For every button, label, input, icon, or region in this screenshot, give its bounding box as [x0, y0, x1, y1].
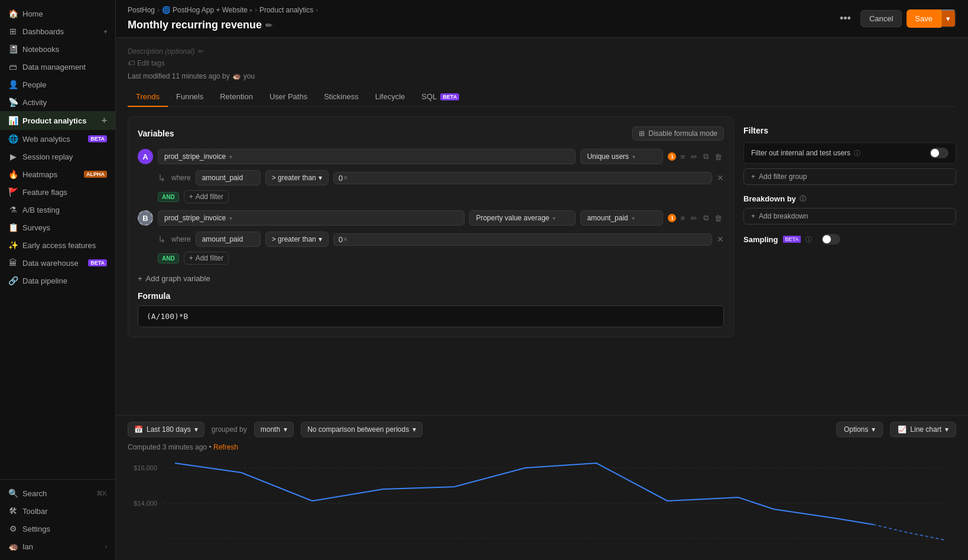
title-edit-icon[interactable]: ✏: [265, 21, 272, 30]
breadcrumb-posthog[interactable]: PostHog: [128, 6, 155, 14]
variable-b-where-operator[interactable]: > greater than ▾: [265, 232, 329, 247]
date-range-select[interactable]: 📅 Last 180 days ▾: [128, 422, 204, 437]
surveys-icon: 📋: [8, 223, 18, 232]
sidebar-item-session-replay[interactable]: ▶ Session replay: [0, 148, 115, 165]
variable-a-where-row: ↳ where amount_paid > greater than ▾ 0 ✕…: [158, 170, 724, 185]
tab-sql[interactable]: SQL BETA: [413, 87, 467, 107]
breakdown-info-icon[interactable]: ⓘ: [800, 194, 806, 203]
home-icon: 🏠: [8, 9, 18, 18]
filter-count-badge-a: 1: [668, 152, 676, 161]
tab-user-paths[interactable]: User Paths: [261, 87, 316, 107]
variable-b-where-property[interactable]: amount_paid: [196, 232, 261, 247]
chart-container: $16,000 $14,000: [128, 456, 956, 551]
sidebar-item-search[interactable]: 🔍 Search ⌘K: [0, 484, 115, 502]
sampling-info-icon[interactable]: ⓘ: [805, 235, 812, 244]
measure-b-dropdown-icon: ▾: [553, 215, 556, 222]
sidebar-item-web-analytics[interactable]: 🌐 Web analytics BETA: [0, 130, 115, 148]
variable-a-where-operator[interactable]: > greater than ▾: [265, 170, 329, 185]
add-filter-group-button[interactable]: + Add filter group: [743, 168, 956, 185]
variable-b-delete-icon[interactable]: 🗑: [713, 212, 724, 224]
variable-b-edit-icon[interactable]: ✏: [689, 212, 699, 224]
sidebar-item-activity[interactable]: 📡 Activity: [0, 93, 115, 111]
sidebar-item-ab-testing[interactable]: ⚗ A/B testing: [0, 201, 115, 219]
sidebar-item-heatmaps[interactable]: 🔥 Heatmaps ALPHA: [0, 165, 115, 183]
prop-b-dropdown-icon: ▾: [632, 215, 635, 222]
topbar-actions: ••• Cancel Save ▾: [835, 9, 956, 28]
sidebar-item-user[interactable]: 🦔 Ian ›: [0, 538, 115, 555]
variable-a-filter-icon[interactable]: ≡: [678, 151, 687, 163]
notebooks-icon: 📓: [8, 44, 18, 54]
grouped-by-label: grouped by: [212, 425, 247, 434]
variable-a-remove-filter[interactable]: ✕: [717, 173, 724, 183]
options-button[interactable]: Options ▾: [836, 422, 883, 437]
sidebar-item-toolbar[interactable]: 🛠 Toolbar: [0, 502, 115, 520]
variable-b-prop-select[interactable]: amount_paid ▾: [580, 210, 663, 226]
cancel-button[interactable]: Cancel: [860, 10, 902, 27]
variable-b-copy-icon[interactable]: ⧉: [701, 211, 710, 224]
sampling-toggle[interactable]: [821, 234, 840, 245]
comparison-select[interactable]: No comparison between periods ▾: [301, 422, 423, 437]
variable-b-measure-select[interactable]: Property value average ▾: [469, 210, 576, 226]
add-breakdown-button[interactable]: + Add breakdown: [743, 208, 956, 224]
save-dropdown-button[interactable]: ▾: [941, 9, 956, 28]
sidebar-item-notebooks[interactable]: 📓 Notebooks: [0, 40, 115, 58]
topbar-left: PostHog › 🌀 PostHog App + Website ▾ › Pr…: [128, 6, 318, 31]
variable-a-clear-value[interactable]: ✕: [343, 174, 348, 182]
chart-type-button[interactable]: 📈 Line chart ▾: [890, 422, 956, 437]
disable-formula-button[interactable]: ⊞ Disable formula mode: [632, 126, 724, 141]
where-label-a: where: [171, 174, 191, 182]
variable-b-clear-value[interactable]: ✕: [343, 236, 348, 243]
sidebar-item-data-management[interactable]: 🗃 Data management: [0, 58, 115, 76]
filter-toggle[interactable]: [930, 148, 948, 158]
description-edit-icon[interactable]: ✏: [198, 47, 204, 56]
sidebar-item-surveys[interactable]: 📋 Surveys: [0, 219, 115, 236]
save-button[interactable]: Save: [907, 9, 941, 28]
variable-a-measure-select[interactable]: Unique users ▾: [580, 149, 663, 164]
add-breakdown-icon: +: [751, 212, 755, 220]
session-replay-icon: ▶: [8, 152, 18, 161]
sidebar-item-dashboards[interactable]: ⊞ Dashboards ▾: [0, 22, 115, 40]
refresh-link[interactable]: Refresh: [213, 443, 238, 451]
edit-tags-button[interactable]: 🏷 Edit tags: [128, 59, 956, 67]
tab-trends[interactable]: Trends: [128, 87, 168, 107]
sidebar-item-home[interactable]: 🏠 Home: [0, 5, 115, 22]
bottom-bar: 📅 Last 180 days ▾ grouped by month ▾ No …: [116, 415, 968, 443]
group-period-select[interactable]: month ▾: [254, 422, 294, 437]
event-a-dropdown-icon: ▾: [229, 154, 232, 160]
sidebar-item-early-access[interactable]: ✨ Early access features: [0, 236, 115, 254]
tab-funnels[interactable]: Funnels: [168, 87, 212, 107]
add-graph-variable-button[interactable]: + Add graph variable: [138, 272, 724, 285]
sampling-beta-badge: BETA: [783, 236, 801, 243]
sidebar-item-data-pipeline[interactable]: 🔗 Data pipeline: [0, 272, 115, 289]
variable-a-delete-icon[interactable]: 🗑: [713, 151, 724, 163]
tab-lifecycle[interactable]: Lifecycle: [367, 87, 414, 107]
formula-input[interactable]: [138, 305, 724, 327]
line-chart-svg: $16,000 $14,000: [128, 456, 956, 551]
variable-b-remove-filter[interactable]: ✕: [717, 235, 724, 244]
sidebar-item-product-analytics[interactable]: 📊 Product analytics +: [0, 111, 115, 130]
add-analytics-icon[interactable]: +: [102, 115, 107, 126]
sidebar-item-settings[interactable]: ⚙ Settings: [0, 520, 115, 538]
sidebar-bottom: 🔍 Search ⌘K 🛠 Toolbar ⚙ Settings 🦔 Ian ›: [0, 479, 115, 560]
measure-a-dropdown-icon: ▾: [632, 154, 635, 160]
variable-b-event-select[interactable]: prod_stripe_invoice ▾: [158, 210, 464, 226]
tab-stickiness[interactable]: Stickiness: [316, 87, 367, 107]
filter-info-icon[interactable]: ⓘ: [854, 149, 860, 158]
variable-a-add-filter-button[interactable]: + Add filter: [184, 190, 229, 203]
sidebar-item-data-warehouse[interactable]: 🏛 Data warehouse BETA: [0, 254, 115, 272]
more-options-button[interactable]: •••: [835, 10, 856, 27]
sidebar-item-people[interactable]: 👤 People: [0, 76, 115, 93]
variable-a-event-select[interactable]: prod_stripe_invoice ▾: [158, 149, 576, 164]
variables-title: Variables: [138, 129, 174, 138]
variables-panel-header: Variables ⊞ Disable formula mode: [138, 126, 724, 141]
breadcrumb-product-analytics[interactable]: Product analytics: [259, 6, 313, 14]
tab-retention[interactable]: Retention: [212, 87, 261, 107]
line-chart-icon: 📈: [898, 425, 907, 434]
sidebar-item-feature-flags[interactable]: 🚩 Feature flags: [0, 183, 115, 201]
variable-b-add-filter-button[interactable]: + Add filter: [184, 252, 229, 265]
variable-a-edit-icon[interactable]: ✏: [689, 151, 699, 163]
variable-a-where-property[interactable]: amount_paid: [196, 170, 261, 185]
breadcrumb-app[interactable]: 🌀 PostHog App + Website ▾: [162, 6, 252, 14]
variable-a-copy-icon[interactable]: ⧉: [701, 150, 710, 163]
variable-b-filter-icon[interactable]: ≡: [678, 212, 687, 224]
